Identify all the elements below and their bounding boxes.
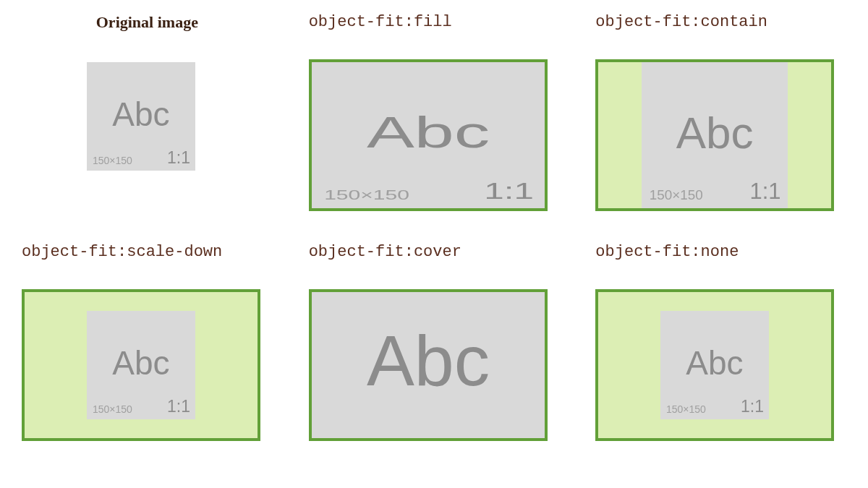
frame-scaledown bbox=[22, 289, 260, 441]
frame-cover bbox=[309, 289, 548, 441]
caption-fill: object-fit:fill bbox=[309, 13, 560, 51]
cell-cover: object-fit:cover bbox=[309, 243, 560, 441]
original-image bbox=[87, 62, 195, 171]
image-scaledown bbox=[87, 311, 195, 419]
cell-contain: object-fit:contain bbox=[595, 13, 846, 214]
frame-none bbox=[595, 289, 834, 441]
caption-cover: object-fit:cover bbox=[309, 243, 560, 281]
image-contain bbox=[642, 62, 788, 208]
image-fill bbox=[312, 62, 545, 208]
caption-scaledown: object-fit:scale-down bbox=[22, 243, 273, 281]
caption-none: object-fit:none bbox=[595, 243, 846, 281]
cell-original: Original image bbox=[22, 13, 273, 214]
cell-none: object-fit:none bbox=[595, 243, 846, 441]
frame-fill bbox=[309, 59, 548, 211]
original-image-wrap bbox=[22, 62, 260, 214]
caption-contain: object-fit:contain bbox=[595, 13, 846, 51]
caption-original: Original image bbox=[22, 13, 273, 51]
frame-contain bbox=[595, 59, 834, 211]
cell-fill: object-fit:fill bbox=[309, 13, 560, 214]
cell-scaledown: object-fit:scale-down bbox=[22, 243, 273, 441]
image-none bbox=[660, 311, 769, 419]
image-cover bbox=[312, 289, 545, 441]
example-grid: Original image object-fit:fill object-fi… bbox=[22, 13, 846, 441]
